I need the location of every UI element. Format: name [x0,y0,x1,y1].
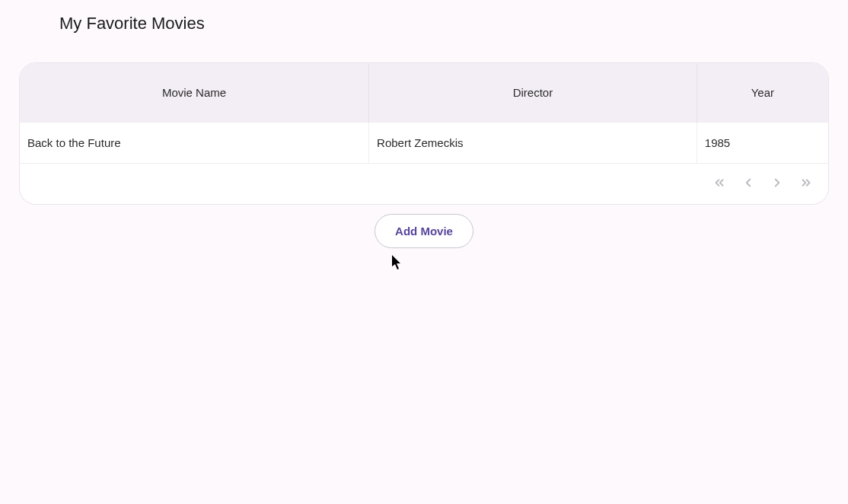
page-title: My Favorite Movies [0,0,848,33]
movies-table-container: Movie Name Director Year Back to the Fut… [19,62,829,205]
column-header-movie-name[interactable]: Movie Name [20,63,369,123]
pagination-row [20,164,828,205]
pagination-last-button[interactable] [798,174,815,193]
cell-director: Robert Zemeckis [369,123,697,164]
table-header-row: Movie Name Director Year [20,63,828,123]
table-row[interactable]: Back to the Future Robert Zemeckis 1985 [20,123,828,164]
pagination-prev-button[interactable] [740,174,757,193]
add-button-wrapper: Add Movie [0,214,848,248]
pagination-first-button[interactable] [711,174,728,193]
cursor-icon [392,255,403,273]
pagination-next-button[interactable] [769,174,786,193]
column-header-director[interactable]: Director [369,63,697,123]
cell-year: 1985 [697,123,828,164]
chevrons-right-icon [799,176,813,192]
pagination [711,174,815,193]
chevron-left-icon [741,176,755,192]
cell-movie-name: Back to the Future [20,123,369,164]
add-movie-button[interactable]: Add Movie [375,214,473,248]
chevrons-left-icon [713,176,726,192]
chevron-right-icon [770,176,784,192]
column-header-year[interactable]: Year [697,63,828,123]
movies-table: Movie Name Director Year Back to the Fut… [20,63,828,204]
